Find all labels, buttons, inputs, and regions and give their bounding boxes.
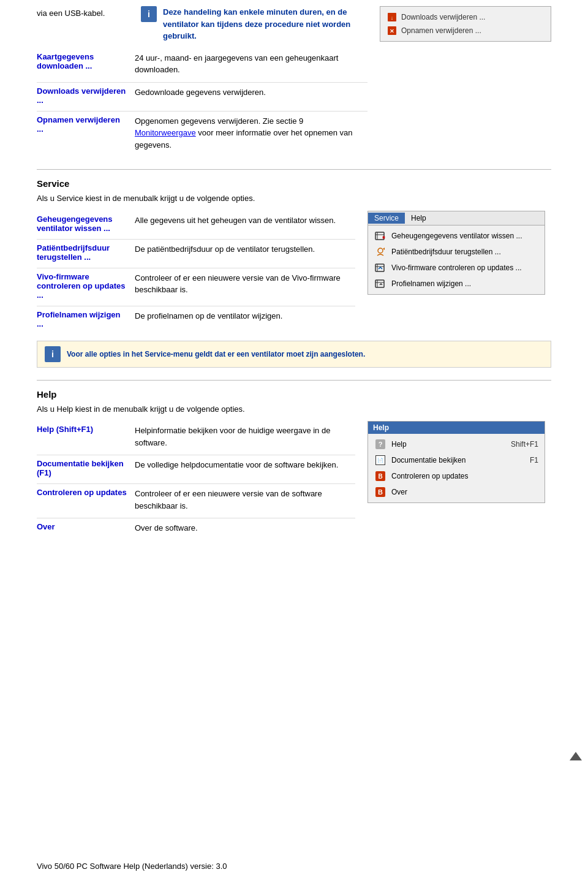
help-menu-item-label: Over	[391, 488, 407, 496]
question-icon-shape: ?	[375, 439, 385, 449]
desc-kaartgegevens: 24 uur-, maand- en jaargegevens van een …	[135, 48, 368, 83]
menu-item-label: Downloads verwijderen ...	[401, 13, 485, 21]
patient-reset-icon	[374, 246, 386, 258]
term-profielnamen: Profielnamen wijzigen ...	[37, 310, 121, 328]
term-documentatie: Documentatie bekijken (F1)	[37, 459, 124, 477]
help-heading: Help	[37, 389, 551, 400]
term-updates: Controleren op updates	[37, 488, 127, 497]
service-heading: Service	[37, 178, 551, 189]
term-kaartgegevens: Kaartgegevens downloaden ...	[37, 52, 94, 70]
list-item: Profielnamen wijzigen ...	[368, 276, 545, 292]
desc-documentatie: De volledige helpdocumentatie voor de so…	[135, 455, 355, 484]
table-row: Opnamen verwijderen ... Opgenomen gegeve…	[37, 111, 368, 157]
help-section: Help Als u Help kiest in de menubalk kri…	[37, 389, 551, 540]
about-icon: B	[374, 486, 386, 498]
table-row: Kaartgegevens downloaden ... 24 uur-, ma…	[37, 48, 368, 83]
help-intro: Als u Help kiest in de menubalk krijgt u…	[37, 403, 551, 415]
help-menu-item-label: Documentatie bekijken	[391, 456, 466, 464]
scroll-up-arrow[interactable]	[570, 752, 582, 760]
service-menubar-help: Help	[405, 213, 432, 224]
memory-wipe-icon	[374, 230, 386, 242]
help-menubar: Help	[368, 422, 545, 434]
desc-downloads: Gedownloade gegevens verwijderen.	[135, 82, 368, 111]
help-item-left: ? Help	[374, 438, 407, 450]
svg-text:B: B	[378, 473, 382, 480]
help-item-left: B Over	[374, 486, 407, 498]
help-shortcut: Shift+F1	[511, 440, 538, 449]
service-content-table: Geheugengegevens ventilator wissen ... A…	[37, 211, 355, 335]
list-item: B Over	[368, 484, 545, 500]
table-row: Help (Shift+F1) Helpinformatie bekijken …	[37, 421, 355, 455]
doc-icon-shape: 📄	[375, 455, 385, 465]
top-content-table: Kaartgegevens downloaden ... 24 uur-, ma…	[37, 48, 368, 157]
table-row: Over Over de software.	[37, 518, 355, 540]
desc-opnamen: Opgenomen gegevens verwijderen. Zie sect…	[135, 111, 368, 157]
help-content-table: Help (Shift+F1) Helpinformatie bekijken …	[37, 421, 355, 540]
svg-rect-11	[375, 280, 384, 287]
list-item: ↓ Downloads verwijderen ...	[386, 10, 545, 24]
list-item: B Controleren op updates	[368, 468, 545, 484]
menu-item-label: Opnamen verwijderen ...	[401, 26, 481, 35]
warning-text: Voor alle opties in het Service-menu gel…	[67, 350, 365, 358]
desc-updates: Controleer of er een nieuwere versie van…	[135, 484, 355, 518]
term-downloads: Downloads verwijderen ...	[37, 86, 126, 105]
table-row: Controleren op updates Controleer of er …	[37, 484, 355, 518]
service-section: Service Als u Service kiest in de menuba…	[37, 178, 551, 368]
list-item: ? Help Shift+F1	[368, 436, 545, 452]
desc-firmware: Controleer of er een nieuwere versie van…	[135, 268, 355, 306]
table-row: Profielnamen wijzigen ... De profielname…	[37, 306, 355, 335]
service-menu-item-label: Profielnamen wijzigen ...	[391, 279, 471, 288]
help-item-left: B Controleren op updates	[374, 470, 468, 482]
desc-help: Helpinformatie bekijken voor de huidige …	[135, 421, 355, 455]
desc-patient: De patiëntbedrijfsduur op de ventilator …	[135, 239, 355, 268]
help-menu-screenshot: Help ? Help Shift+F1	[368, 421, 545, 503]
desc-over: Over de software.	[135, 518, 355, 540]
firmware-update-icon	[374, 262, 386, 274]
service-intro: Als u Service kiest in de menubalk krijg…	[37, 192, 551, 205]
list-item: Patiëntbedrijfsduur terugstellen ...	[368, 244, 545, 260]
help-menubar-title: Help	[373, 423, 389, 432]
service-menubar-service: Service	[368, 213, 405, 224]
help-menu-item-label: Controleren op updates	[391, 472, 468, 480]
term-help: Help (Shift+F1)	[37, 425, 93, 434]
help-item-left: 📄 Documentatie bekijken	[374, 454, 466, 466]
info-icon: i	[141, 6, 157, 22]
help-menu-item-label: Help	[391, 440, 407, 449]
service-menu-item-label: Patiëntbedrijfsduur terugstellen ...	[391, 248, 501, 256]
opnamen-remove-icon: ✕	[386, 25, 398, 36]
top-menu-screenshot: ↓ Downloads verwijderen ... ✕ Opnamen ve…	[380, 6, 551, 42]
service-menu-item-label: Vivo-firmware controleren op updates ...	[391, 263, 522, 272]
help-shortcut-f1: F1	[530, 456, 538, 464]
list-item: Geheugengegevens ventilator wissen ...	[368, 228, 545, 244]
doc-icon: 📄	[374, 454, 386, 466]
service-warning-banner: i Voor alle opties in het Service-menu g…	[37, 341, 551, 368]
desc-geheugen: Alle gegevens uit het geheugen van de ve…	[135, 211, 355, 240]
list-item: ✕ Opnamen verwijderen ...	[386, 24, 545, 37]
term-over: Over	[37, 522, 55, 531]
b-icon-shape: B	[375, 487, 385, 497]
divider-2	[37, 380, 551, 381]
monitor-link[interactable]: Monitorweergave	[135, 128, 196, 137]
divider	[37, 169, 551, 170]
svg-text:↓: ↓	[391, 15, 394, 21]
service-menubar: Service Help	[368, 211, 545, 225]
table-row: Vivo-firmware controleren op updates ...…	[37, 268, 355, 306]
info-text: Deze handeling kan enkele minuten duren,…	[163, 6, 368, 42]
service-menu-screenshot: Service Help Geheugengegevens ventilator…	[368, 211, 545, 295]
term-geheugen: Geheugengegevens ventilator wissen ...	[37, 214, 113, 233]
profile-edit-icon	[374, 278, 386, 290]
svg-text:✕: ✕	[390, 28, 394, 34]
term-opnamen: Opnamen verwijderen ...	[37, 115, 120, 134]
service-menu-item-label: Geheugengegevens ventilator wissen ...	[391, 232, 522, 240]
warning-info-icon: i	[45, 346, 61, 362]
term-firmware: Vivo-firmware controleren op updates ...	[37, 272, 125, 300]
service-menu-items: Geheugengegevens ventilator wissen ... P…	[368, 225, 545, 294]
help-question-icon: ?	[374, 438, 386, 450]
footer-text: Vivo 50/60 PC Software Help (Nederlands)…	[37, 862, 227, 871]
download-remove-icon: ↓	[386, 12, 398, 23]
svg-rect-4	[375, 232, 384, 240]
table-row: Documentatie bekijken (F1) De volledige …	[37, 455, 355, 484]
svg-point-7	[378, 248, 383, 253]
table-row: Patiëntbedrijfsduur terugstellen ... De …	[37, 239, 355, 268]
table-row: Downloads verwijderen ... Gedownloade ge…	[37, 82, 368, 111]
